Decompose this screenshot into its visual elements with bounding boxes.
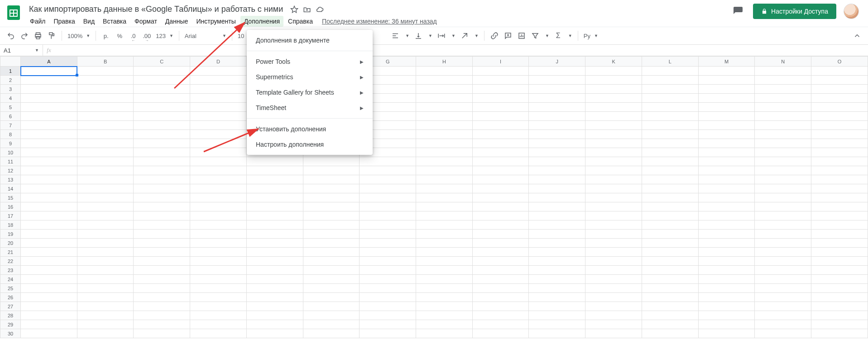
- row-header[interactable]: 1: [0, 67, 21, 76]
- cell[interactable]: [698, 220, 755, 230]
- cell[interactable]: [134, 130, 190, 139]
- cell[interactable]: [755, 284, 811, 293]
- cell[interactable]: [77, 293, 134, 302]
- row-header[interactable]: 2: [0, 76, 21, 85]
- cell[interactable]: [642, 202, 698, 211]
- cell[interactable]: [360, 230, 416, 239]
- cell[interactable]: [472, 202, 529, 211]
- cell[interactable]: [755, 257, 811, 266]
- menu-tools[interactable]: Инструменты: [192, 16, 239, 27]
- cell[interactable]: [811, 184, 868, 193]
- move-icon[interactable]: [303, 5, 311, 14]
- cell[interactable]: [698, 302, 755, 311]
- cell[interactable]: [416, 112, 473, 121]
- cell[interactable]: [416, 320, 473, 329]
- cell[interactable]: [642, 94, 698, 103]
- cell[interactable]: [190, 85, 247, 94]
- cell[interactable]: [698, 112, 755, 121]
- cell[interactable]: [360, 175, 416, 184]
- cell[interactable]: [134, 211, 190, 220]
- cell[interactable]: [811, 266, 868, 275]
- menu-view[interactable]: Вид: [80, 16, 98, 27]
- cell[interactable]: [303, 257, 360, 266]
- cell[interactable]: [585, 175, 642, 184]
- cell[interactable]: [190, 193, 247, 202]
- cell[interactable]: [811, 121, 868, 130]
- cell[interactable]: [472, 230, 529, 239]
- cell[interactable]: [529, 329, 585, 338]
- cell[interactable]: [698, 311, 755, 320]
- cell[interactable]: [585, 275, 642, 284]
- cell[interactable]: [190, 112, 247, 121]
- cell[interactable]: [416, 266, 473, 275]
- menu-insert[interactable]: Вставка: [99, 16, 130, 27]
- cell[interactable]: [642, 211, 698, 220]
- cell[interactable]: [472, 220, 529, 230]
- cell[interactable]: [811, 166, 868, 175]
- rotate-button[interactable]: [458, 29, 471, 42]
- menu-file[interactable]: Файл: [26, 16, 49, 27]
- cell[interactable]: [303, 275, 360, 284]
- cell[interactable]: [585, 220, 642, 230]
- cell[interactable]: [416, 130, 473, 139]
- cell[interactable]: [642, 329, 698, 338]
- cell[interactable]: [303, 266, 360, 275]
- cell[interactable]: [529, 266, 585, 275]
- col-header[interactable]: I: [472, 57, 529, 67]
- row-header[interactable]: 5: [0, 103, 21, 112]
- cell[interactable]: [755, 239, 811, 248]
- col-header[interactable]: N: [755, 57, 811, 67]
- cell[interactable]: [190, 302, 247, 311]
- cell[interactable]: [134, 103, 190, 112]
- cell[interactable]: [642, 130, 698, 139]
- col-header[interactable]: C: [134, 57, 190, 67]
- wrap-button[interactable]: [435, 29, 448, 42]
- cell[interactable]: [472, 166, 529, 175]
- cell[interactable]: [642, 220, 698, 230]
- cell[interactable]: [585, 139, 642, 148]
- cell[interactable]: [21, 85, 77, 94]
- cell[interactable]: [416, 184, 473, 193]
- cell[interactable]: [811, 85, 868, 94]
- cell[interactable]: [303, 184, 360, 193]
- cell[interactable]: [698, 320, 755, 329]
- cell[interactable]: [755, 130, 811, 139]
- row-header[interactable]: 22: [0, 257, 21, 266]
- sheets-logo[interactable]: [5, 4, 23, 22]
- cell[interactable]: [698, 175, 755, 184]
- cell[interactable]: [134, 320, 190, 329]
- cell[interactable]: [642, 320, 698, 329]
- cell[interactable]: [303, 248, 360, 257]
- cell[interactable]: [360, 320, 416, 329]
- cell[interactable]: [416, 202, 473, 211]
- col-header[interactable]: K: [585, 57, 642, 67]
- cell[interactable]: [811, 103, 868, 112]
- cell[interactable]: [472, 257, 529, 266]
- cell[interactable]: [755, 293, 811, 302]
- cell[interactable]: [21, 320, 77, 329]
- cell[interactable]: [416, 76, 473, 85]
- cell[interactable]: [77, 230, 134, 239]
- print-button[interactable]: [32, 29, 44, 42]
- cell[interactable]: [77, 157, 134, 166]
- cell[interactable]: [21, 293, 77, 302]
- cell[interactable]: [642, 275, 698, 284]
- cell[interactable]: [416, 220, 473, 230]
- cell[interactable]: [642, 302, 698, 311]
- cell[interactable]: [472, 139, 529, 148]
- cell[interactable]: [303, 320, 360, 329]
- star-icon[interactable]: [290, 5, 298, 14]
- cell[interactable]: [642, 112, 698, 121]
- cell[interactable]: [755, 148, 811, 157]
- cell[interactable]: [698, 266, 755, 275]
- font-combo[interactable]: Arial▼: [183, 29, 228, 42]
- cell[interactable]: [134, 266, 190, 275]
- cell[interactable]: [134, 193, 190, 202]
- cell[interactable]: [811, 148, 868, 157]
- cell[interactable]: [642, 248, 698, 257]
- col-header[interactable]: A: [21, 57, 77, 67]
- cell[interactable]: [529, 293, 585, 302]
- h-align-button[interactable]: [389, 29, 402, 42]
- cell[interactable]: [755, 193, 811, 202]
- cell[interactable]: [472, 193, 529, 202]
